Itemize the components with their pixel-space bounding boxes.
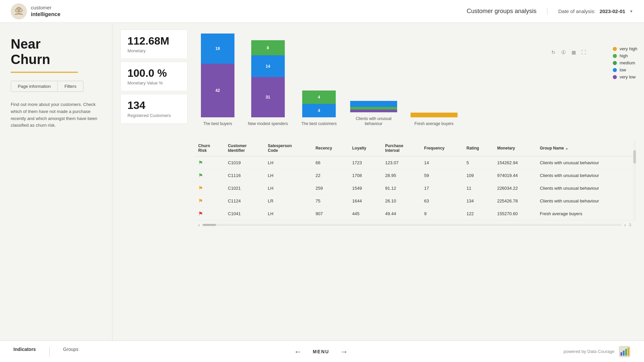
table-row: ⚑ C1021 LH 259 1549 91.12 17 11 226034.2… [194,182,636,195]
svg-point-2 [19,9,22,12]
recency-cell: 66 [312,157,348,169]
legend-item-low: low [613,67,637,72]
header-title: Customer groups analysis [467,8,547,15]
data-courage-logo-icon [619,346,631,358]
tab-page-information[interactable]: Page information [11,81,58,92]
bar-segment-high2: 8 [251,40,285,55]
date-value: 2023-02-01 [599,8,625,14]
rating-cell: 109 [463,169,493,182]
scroll-left-button[interactable]: ‹ [198,222,200,228]
bar-segment-high3: 4 [302,90,336,104]
col-customer-id: CustomerIdentifier [224,140,264,157]
table-vscrollbar[interactable] [633,140,636,220]
freq-cell: 9 [420,207,463,220]
bar-stack-best-buyers: 42 19 [201,34,234,117]
legend-item-high: high [613,53,637,58]
sp-code-cell: LR [264,195,312,207]
tab-filters[interactable]: Filters [58,81,83,92]
group-cell: Clients with unusual behaviour [536,195,636,207]
sp-code-cell: LH [264,182,312,195]
footer-nav-groups[interactable]: Groups [63,347,78,357]
customer-id-cell: C1116 [224,169,264,182]
bar-segment-very-low2: 31 [251,77,285,117]
kpi-customers-value: 134 [127,100,180,111]
col-salesperson-code: SalespersonCode [264,140,312,157]
freq-cell: 17 [420,182,463,195]
pi-cell: 91.12 [381,182,420,195]
footer-nav-indicators[interactable]: Indicators [13,347,36,357]
rating-cell: 134 [463,195,493,207]
header-center: Customer groups analysis Date of analysi… [467,8,633,15]
bar-stack-unusual [350,101,397,112]
date-dropdown-icon[interactable]: ▼ [629,9,633,14]
nav-next-button[interactable]: → [340,347,348,356]
kpi-customers: 134 Registered Customers [120,94,187,123]
bar-segment-h4 [350,107,397,110]
recency-cell: 75 [312,195,348,207]
powered-by-text: powered by Data Courage [564,349,614,354]
legend-dot-very-high [613,47,617,51]
legend-label-medium: medium [620,60,635,65]
pi-cell: 123.07 [381,157,420,169]
customer-id-cell: C1021 [224,182,264,195]
footer-nav-left: Indicators Groups [13,347,78,357]
col-loyalty: Loyalty [348,140,381,157]
nav-prev-button[interactable]: ← [294,347,302,356]
group-cell: Fresh average buyers [536,207,636,220]
freq-cell: 63 [420,195,463,207]
reset-icon[interactable]: ↻ [550,49,557,56]
svg-point-1 [15,9,18,12]
table-row: ⚑ C1019 LH 66 1723 123.07 14 5 154262.94… [194,157,636,169]
recency-cell: 259 [312,182,348,195]
col-purchase-interval: PurchaseInterval [381,140,420,157]
bar-group-new-modest: 31 14 8 New modest spenders [248,40,288,127]
col-monetary: Monetary [493,140,536,157]
footer: Indicators Groups ← MENU → powered by Da… [0,341,644,362]
header: customer intelligence Customer groups an… [0,0,644,23]
info-icon[interactable]: 🛈 [560,49,567,56]
monetary-cell: 226034.22 [493,182,536,195]
freq-cell: 14 [420,157,463,169]
table-vscrollbar-thumb[interactable] [633,150,636,164]
footer-right: powered by Data Courage [564,346,631,358]
bar-label-unusual: Clients with unusual behaviour [354,116,394,127]
sp-code-cell: LH [264,207,312,220]
kpi-monetary-value: 112.68M [127,35,180,47]
legend-item-very-high: very high [613,46,637,51]
recency-cell: 907 [312,207,348,220]
bar-label-best-buyers: The best buyers [203,121,232,127]
col-frequency: Frequency [420,140,463,157]
svg-rect-6 [625,349,627,356]
expand-icon[interactable]: ⛶ [580,49,587,56]
bar-segment-low: 19 [201,34,234,64]
sort-icon[interactable]: ▲ [565,146,569,150]
footer-center: ← MENU → [294,347,348,356]
hscrollbar-thumb[interactable] [203,224,216,226]
data-table: ChurnRisk CustomerIdentifier Salesperson… [194,140,636,220]
svg-rect-7 [628,348,629,356]
legend-item-medium: medium [613,60,637,65]
loyalty-cell: 445 [348,207,381,220]
tab-buttons: Page information Filters [11,81,101,92]
filter-icon[interactable]: ▦ [570,49,577,56]
legend-dot-medium [613,61,617,65]
bar-segment-low2: 14 [251,55,285,77]
pi-cell: 49.44 [381,207,420,220]
bar-group-best-buyers: 42 19 The best buyers [201,34,234,127]
hscrollbar[interactable] [203,224,622,226]
bar-group-best-customers: 4 4 The best customers [301,90,336,127]
header-date: Date of analysis: 2023-02-01 ▼ [547,8,633,14]
recency-cell: 22 [312,169,348,182]
table-scroll-down-arrow[interactable]: ⇩ [629,223,632,227]
scroll-right-button[interactable]: › [624,222,626,228]
bar-segment-very-low: 42 [201,64,234,117]
menu-label[interactable]: MENU [313,349,329,354]
customer-id-cell: C1041 [224,207,264,220]
pi-cell: 26.10 [381,195,420,207]
monetary-cell: 974019.44 [493,169,536,182]
legend-dot-low [613,68,617,72]
freq-cell: 59 [420,169,463,182]
kpi-monetary-pct-label: Monetary Value % [127,80,180,85]
bar-segment-vl4 [350,110,397,112]
kpi-monetary: 112.68M Monetary [120,29,187,59]
